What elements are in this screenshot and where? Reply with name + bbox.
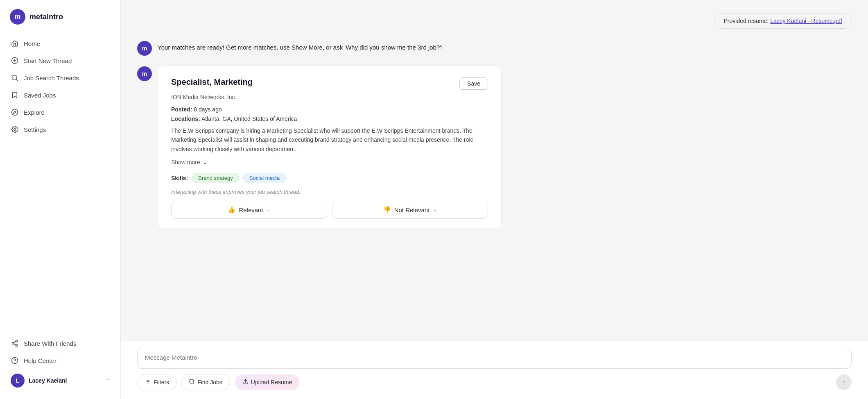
filters-label: Filters	[154, 379, 169, 385]
job-card-header: Specialist, Marketing Save	[171, 77, 488, 90]
svg-point-5	[12, 109, 18, 116]
compass-icon	[11, 108, 19, 116]
company-name: ION Media Networks, Inc.	[171, 94, 488, 100]
sidebar-item-share-with-friends[interactable]: Share With Friends	[5, 335, 115, 351]
send-button[interactable]: ↑	[836, 374, 852, 390]
sidebar-item-job-search-threads[interactable]: Job Search Threads	[5, 70, 115, 86]
relevant-label: Relevant	[239, 206, 263, 213]
interaction-hint: Interacting with these improves your job…	[171, 189, 488, 195]
chat-scroll-area: Provided resume: Lacey Kaelani - Resume.…	[121, 0, 868, 341]
filters-button[interactable]: Filters	[137, 374, 177, 390]
posted-label: Posted:	[171, 106, 192, 113]
skills-row: Skills: Brand strategy Social media	[171, 173, 488, 183]
find-jobs-icon	[189, 379, 195, 386]
locations-value: Atlanta, GA, United States of America	[201, 116, 297, 122]
send-icon: ↑	[842, 379, 845, 386]
chevron-up-icon: ⌃	[106, 378, 110, 383]
job-posted: Posted: 8 days ago	[171, 106, 488, 113]
relevant-expand-icon: ⌄	[267, 207, 271, 213]
upload-resume-label: Upload Resume	[251, 379, 292, 385]
resume-prefix: Provided resume:	[724, 18, 769, 24]
skill-social-media[interactable]: Social media	[243, 173, 286, 183]
question-circle-icon	[11, 356, 19, 365]
sidebar-item-settings[interactable]: Settings	[5, 121, 115, 138]
locations-label: Locations:	[171, 116, 200, 122]
job-card-wrapper: m Specialist, Marketing Save ION Media N…	[137, 66, 852, 229]
job-description: The E.W Scripps company is hiring a Mark…	[171, 126, 488, 154]
not-relevant-button[interactable]: 👎 Not Relevant ⌄	[332, 201, 488, 219]
show-more-button[interactable]: Show more ⌄	[171, 159, 208, 165]
show-more-label: Show more	[171, 159, 200, 165]
find-jobs-label: Find Jobs	[197, 379, 222, 385]
share-icon	[11, 339, 19, 347]
message-input-wrapper	[137, 348, 852, 369]
posted-value: 8 days ago	[194, 106, 222, 113]
sidebar-item-settings-label: Settings	[24, 126, 46, 133]
logo-icon: m	[10, 9, 25, 25]
logo-text: metaintro	[29, 13, 63, 21]
svg-marker-6	[14, 111, 16, 113]
svg-line-12	[14, 342, 16, 343]
logo-area: m metaintro	[0, 0, 120, 32]
logo-initial: m	[15, 13, 20, 20]
sidebar-item-explore-label: Explore	[24, 109, 45, 116]
save-job-button[interactable]: Save	[459, 77, 488, 90]
sidebar-item-start-new-thread[interactable]: Start New Thread	[5, 52, 115, 69]
svg-line-11	[14, 344, 16, 345]
message-input[interactable]	[145, 354, 844, 361]
skills-label: Skills:	[171, 175, 188, 181]
resume-pill: Provided resume: Lacey Kaelani - Resume.…	[714, 13, 852, 29]
main-area: Provided resume: Lacey Kaelani - Resume.…	[121, 0, 868, 399]
skill-brand-strategy[interactable]: Brand strategy	[192, 173, 239, 183]
sidebar-nav: Home Start New Thread Job Search Threads…	[0, 32, 120, 330]
action-row: 👍 Relevant ⌄ 👎 Not Relevant ⌄	[171, 201, 488, 219]
thumbs-down-icon: 👎	[383, 206, 391, 213]
find-jobs-button[interactable]: Find Jobs	[181, 374, 230, 390]
upload-icon	[242, 379, 249, 386]
bookmark-icon	[11, 91, 19, 99]
sidebar: m metaintro Home Start New Thread Job Se…	[0, 0, 121, 399]
sidebar-user[interactable]: L Lacey Kaelani ⌃	[5, 370, 115, 392]
sidebar-item-help-center[interactable]: Help Center	[5, 352, 115, 369]
job-card-bot-avatar: m	[137, 66, 152, 81]
bot-message-row: m Your matches are ready! Get more match…	[137, 40, 852, 56]
search-circle-icon	[11, 74, 19, 82]
job-title: Specialist, Marketing	[171, 77, 253, 87]
thumbs-up-icon: 👍	[228, 206, 235, 213]
sidebar-item-saved-jobs[interactable]: Saved Jobs	[5, 87, 115, 103]
sidebar-item-help-label: Help Center	[24, 357, 57, 364]
filters-icon	[145, 379, 151, 386]
sidebar-item-saved-jobs-label: Saved Jobs	[24, 92, 56, 99]
job-locations: Locations: Atlanta, GA, United States of…	[171, 116, 488, 122]
sidebar-item-explore[interactable]: Explore	[5, 104, 115, 120]
sidebar-item-home[interactable]: Home	[5, 35, 115, 52]
not-relevant-label: Not Relevant	[394, 206, 430, 213]
svg-line-4	[16, 79, 17, 80]
bot-avatar: m	[137, 41, 152, 56]
toolbar-row: Filters Find Jobs Upload Resume ↑	[137, 374, 852, 391]
bot-message-text: Your matches are ready! Get more matches…	[158, 40, 443, 52]
job-card: Specialist, Marketing Save ION Media Net…	[158, 66, 502, 229]
sidebar-item-share-label: Share With Friends	[24, 340, 76, 347]
gear-icon	[11, 125, 19, 134]
avatar-initial: L	[16, 377, 20, 384]
relevant-button[interactable]: 👍 Relevant ⌄	[171, 201, 327, 219]
sidebar-item-job-search-threads-label: Job Search Threads	[24, 75, 79, 82]
home-icon	[11, 39, 19, 48]
user-name: Lacey Kaelani	[29, 377, 102, 384]
chevron-down-icon: ⌄	[203, 159, 208, 165]
resume-banner: Provided resume: Lacey Kaelani - Resume.…	[137, 13, 852, 29]
avatar: L	[11, 374, 25, 388]
svg-line-19	[193, 383, 194, 384]
upload-resume-button[interactable]: Upload Resume	[234, 374, 300, 391]
sidebar-bottom: Share With Friends Help Center L Lacey K…	[0, 330, 120, 399]
svg-point-7	[14, 129, 16, 131]
input-bar: Filters Find Jobs Upload Resume ↑	[121, 341, 868, 399]
not-relevant-expand-icon: ⌄	[433, 207, 437, 213]
resume-link[interactable]: Lacey Kaelani - Resume.pdf	[770, 18, 842, 24]
plus-circle-icon	[11, 57, 19, 65]
sidebar-item-home-label: Home	[24, 40, 40, 47]
sidebar-item-start-new-thread-label: Start New Thread	[24, 57, 72, 64]
